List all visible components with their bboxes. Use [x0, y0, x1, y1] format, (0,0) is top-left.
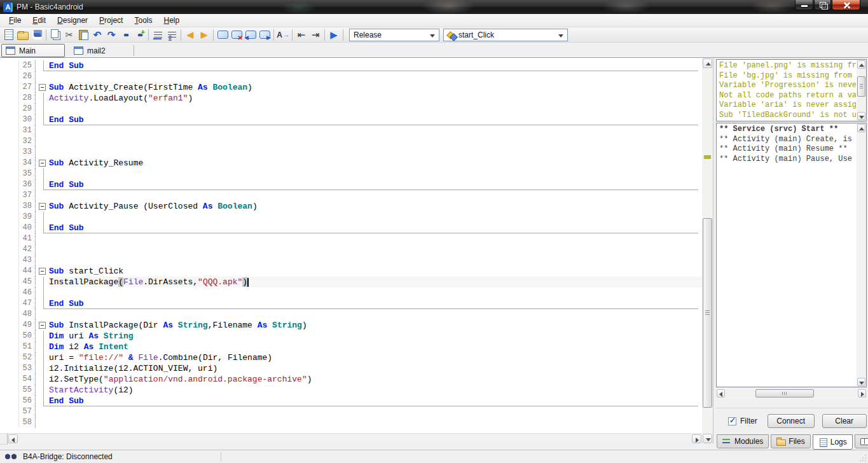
scroll-left-button[interactable]: [8, 434, 18, 443]
indent-icon[interactable]: [308, 28, 322, 42]
outdent-icon[interactable]: [294, 28, 308, 42]
back-icon[interactable]: [183, 28, 197, 42]
panel-tab-files[interactable]: Files: [771, 434, 810, 448]
scroll-thumb[interactable]: [703, 218, 712, 408]
scroll-thumb[interactable]: [755, 389, 814, 397]
menu-file[interactable]: File: [3, 15, 27, 26]
code-line[interactable]: 36End Sub: [0, 179, 702, 190]
code-line[interactable]: 48: [0, 309, 702, 320]
code-line[interactable]: 31: [0, 125, 702, 136]
menu-designer[interactable]: Designer: [52, 15, 93, 26]
close-button[interactable]: [832, 0, 860, 10]
menu-help[interactable]: Help: [158, 15, 185, 26]
title-bar[interactable]: A PM - Basic4android: [0, 0, 868, 14]
next-bookmark-icon[interactable]: [258, 28, 272, 42]
scroll-right-button[interactable]: [692, 434, 701, 443]
doc-tab-mail2[interactable]: mail2: [70, 44, 112, 57]
code-line[interactable]: 29: [0, 104, 702, 114]
open-icon[interactable]: [16, 28, 30, 42]
scroll-left-button[interactable]: [717, 389, 725, 397]
clear-button[interactable]: Clear: [822, 414, 867, 428]
code-line[interactable]: 35: [0, 169, 702, 179]
logs-scrollbar[interactable]: [857, 123, 866, 387]
find-icon[interactable]: [118, 28, 132, 42]
scroll-down-button[interactable]: [857, 112, 865, 120]
fold-collapse-icon[interactable]: [39, 322, 46, 329]
code-line[interactable]: 32: [0, 136, 702, 147]
doc-tab-main[interactable]: Main: [1, 44, 65, 57]
find-next-icon[interactable]: [132, 28, 146, 42]
scroll-down-button[interactable]: [703, 434, 712, 443]
warnings-list[interactable]: File 'panel.png' is missing froFile 'bg.…: [716, 59, 867, 121]
code-line[interactable]: 44Sub start_Click: [0, 266, 702, 277]
autocomplete-icon[interactable]: [276, 28, 290, 42]
code-line[interactable]: 57: [0, 406, 702, 417]
scroll-right-button[interactable]: [858, 389, 866, 397]
panel-tab-libs[interactable]: Libs: [855, 434, 868, 448]
code-line[interactable]: 46: [0, 287, 702, 298]
code-line[interactable]: 53i2.Initialize(i2.ACTION_VIEW, uri): [0, 363, 702, 374]
filter-checkbox[interactable]: [728, 417, 736, 425]
scroll-up-button[interactable]: [857, 124, 865, 132]
run-icon[interactable]: [327, 28, 341, 42]
logs-horizontal-scrollbar[interactable]: [716, 389, 867, 399]
code-line[interactable]: 55StartActivity(i2): [0, 385, 702, 396]
code-line[interactable]: 26: [0, 71, 702, 82]
splitter-handle[interactable]: [0, 434, 8, 445]
scroll-thumb[interactable]: [857, 76, 865, 97]
editor-horizontal-scrollbar[interactable]: [0, 433, 702, 444]
redo-icon[interactable]: [104, 28, 118, 42]
code-line[interactable]: 28Activity.LoadLayout("erfan1"): [0, 93, 702, 104]
fold-collapse-icon[interactable]: [39, 268, 46, 275]
panel-tab-modules[interactable]: Modules: [717, 434, 769, 448]
clear-bookmarks-icon[interactable]: [230, 28, 244, 42]
code-line[interactable]: 51Dim i2 As Intent: [0, 342, 702, 352]
code-line[interactable]: 30End Sub: [0, 114, 702, 125]
copy-icon[interactable]: [48, 28, 62, 42]
comment-icon[interactable]: [151, 28, 165, 42]
code-editor[interactable]: 25End Sub2627Sub Activity_Create(FirstTi…: [0, 58, 713, 444]
code-line[interactable]: 50Dim uri As String: [0, 331, 702, 342]
code-line[interactable]: 38Sub Activity_Pause (UserClosed As Bool…: [0, 201, 702, 212]
code-line[interactable]: 34Sub Activity_Resume: [0, 158, 702, 169]
code-line[interactable]: 42: [0, 244, 702, 255]
panel-tab-logs[interactable]: Logs: [813, 434, 853, 450]
code-line[interactable]: 25End Sub: [0, 60, 702, 71]
code-line[interactable]: 37: [0, 190, 702, 201]
code-line[interactable]: 47End Sub: [0, 298, 702, 309]
code-line[interactable]: 56End Sub: [0, 396, 702, 406]
fold-collapse-icon[interactable]: [39, 203, 46, 210]
sub-navigator-select[interactable]: start_Click: [443, 29, 568, 41]
scroll-up-button[interactable]: [703, 59, 712, 68]
code-line[interactable]: 41: [0, 233, 702, 244]
forward-icon[interactable]: [197, 28, 211, 42]
code-line[interactable]: 33: [0, 147, 702, 158]
resize-grip[interactable]: [859, 454, 867, 462]
save-icon[interactable]: [30, 28, 44, 42]
uncomment-icon[interactable]: [165, 28, 179, 42]
menu-edit[interactable]: Edit: [27, 15, 52, 26]
code-line[interactable]: 39: [0, 212, 702, 223]
code-line[interactable]: 40End Sub: [0, 223, 702, 233]
new-icon[interactable]: [2, 28, 16, 42]
editor-vertical-scrollbar[interactable]: [702, 58, 713, 444]
previous-bookmark-icon[interactable]: [244, 28, 258, 42]
build-configuration-select[interactable]: Release: [349, 29, 439, 41]
bookmark-icon[interactable]: [216, 28, 230, 42]
warnings-scrollbar[interactable]: [857, 60, 866, 121]
undo-icon[interactable]: [90, 28, 104, 42]
code-line[interactable]: 45InstallPackage(File.DirAssets,"QQQ.apk…: [0, 277, 702, 287]
paste-icon[interactable]: [76, 28, 90, 42]
restore-button[interactable]: [814, 0, 831, 10]
fold-collapse-icon[interactable]: [39, 160, 46, 167]
code-line[interactable]: 58: [0, 417, 702, 428]
menu-project[interactable]: Project: [93, 15, 128, 26]
connect-button[interactable]: Connect: [768, 414, 815, 428]
scroll-up-button[interactable]: [857, 60, 865, 69]
cut-icon[interactable]: [62, 28, 76, 42]
code-line[interactable]: 27Sub Activity_Create(FirstTime As Boole…: [0, 82, 702, 93]
log-output-list[interactable]: ** Service (srvc) Start **** Activity (m…: [716, 123, 867, 387]
fold-collapse-icon[interactable]: [39, 84, 46, 91]
menu-tools[interactable]: Tools: [128, 15, 158, 26]
code-line[interactable]: 54i2.SetType("application/vnd.android.pa…: [0, 374, 702, 385]
